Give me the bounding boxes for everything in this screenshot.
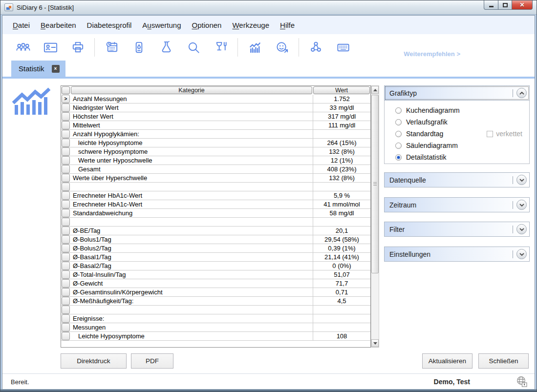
- aktualisieren-button[interactable]: Aktualisieren: [422, 353, 473, 369]
- row-selector[interactable]: [62, 130, 70, 138]
- menu-item-auswertung[interactable]: Auswertung: [142, 21, 181, 29]
- row-selector[interactable]: [62, 209, 70, 217]
- table-row[interactable]: Ø-Gewicht71,7: [61, 279, 370, 288]
- row-selector[interactable]: [62, 270, 70, 279]
- radio-label-standardtag[interactable]: Standardtag: [406, 130, 443, 138]
- panel-filter-header[interactable]: Filter: [384, 222, 530, 237]
- expand-filter-button[interactable]: [516, 224, 527, 234]
- toolbar-button-food[interactable]: [213, 38, 229, 57]
- table-row[interactable]: Ø-Bolus2/Tag0,39 (1%): [61, 244, 370, 253]
- table-row[interactable]: Ereignisse:: [61, 314, 370, 323]
- table-row[interactable]: Ø-Bolus1/Tag29,54 (58%): [61, 235, 370, 244]
- table-row[interactable]: Errechneter HbA1c-Wert41 mmol/mol: [61, 200, 370, 209]
- table-row[interactable]: [61, 218, 370, 227]
- table-row[interactable]: Ø-Basal2/Tag0 (0%): [61, 262, 370, 270]
- row-selector[interactable]: [62, 174, 70, 182]
- table-row[interactable]: Höchster Wert317 mg/dl: [61, 112, 370, 121]
- table-row[interactable]: >Anzahl Messungen1.752: [61, 95, 370, 103]
- table-row[interactable]: leichte Hyposymptome264 (15%): [61, 139, 370, 147]
- online-status-icon[interactable]: [516, 376, 528, 389]
- table-row[interactable]: Ø-BE/Tag20,1: [61, 227, 370, 235]
- scroll-down-button[interactable]: [371, 339, 379, 347]
- table-row[interactable]: Ø-Meßhäufigkeit/Tag:4,5: [61, 297, 370, 306]
- row-selector[interactable]: [62, 279, 70, 288]
- toolbar-button-smiley[interactable]: [274, 38, 290, 57]
- toolbar-button-share[interactable]: [307, 38, 324, 57]
- weiterempfehlen-link[interactable]: Weiterempfehlen >: [404, 50, 460, 58]
- row-selector[interactable]: [62, 235, 70, 244]
- category-column-header[interactable]: Kategorie: [71, 86, 312, 94]
- radio-verlaufsgrafik[interactable]: [395, 119, 402, 125]
- row-selector[interactable]: [62, 200, 70, 208]
- toolbar-button-keyboard[interactable]: [335, 38, 351, 57]
- table-row[interactable]: Leichte Hyposymptome108: [61, 332, 370, 341]
- close-button[interactable]: ✕: [512, 0, 533, 10]
- panel-zeitraum-header[interactable]: Zeitraum: [384, 197, 530, 212]
- toolbar-button-users[interactable]: [15, 38, 31, 57]
- panel-datenquelle-header[interactable]: Datenquelle: [384, 172, 530, 187]
- scrollbar-thumb[interactable]: [371, 95, 379, 273]
- table-row[interactable]: Niedrigster Wert33 mg/dl: [61, 103, 370, 112]
- expand-datenquelle-button[interactable]: [516, 175, 527, 185]
- value-column-header[interactable]: Wert: [313, 86, 370, 94]
- row-selector[interactable]: [62, 323, 70, 331]
- radio-label-verlaufsgrafik[interactable]: Verlaufsgrafik: [406, 118, 448, 126]
- table-row[interactable]: Anzahl Hypoglykämien:: [61, 130, 370, 139]
- row-selector[interactable]: [62, 191, 70, 200]
- table-row[interactable]: Gesamt408 (23%): [61, 165, 370, 174]
- row-selector[interactable]: [62, 288, 70, 296]
- table-row[interactable]: Werte über Hyperschwelle132 (8%): [61, 174, 370, 183]
- row-selector[interactable]: [62, 244, 70, 252]
- radio-label-s-ulendiagramm[interactable]: Säulendiagramm: [406, 142, 458, 149]
- toolbar-button-search[interactable]: [185, 38, 202, 57]
- toolbar-button-flask[interactable]: [158, 38, 174, 57]
- table-row[interactable]: [61, 183, 370, 191]
- minimize-button[interactable]: [484, 0, 498, 10]
- menu-item-diabetesprofil[interactable]: Diabetesprofil: [87, 21, 132, 29]
- radio-label-detailstatistik[interactable]: Detailstatistik: [406, 153, 446, 161]
- table-row[interactable]: Errechneter HbA1c-Wert5,9 %: [61, 191, 370, 200]
- toolbar-button-calendar[interactable]: [103, 38, 120, 57]
- selector-column-header[interactable]: [62, 86, 70, 94]
- row-selector[interactable]: [62, 183, 70, 191]
- row-selector[interactable]: [62, 297, 70, 305]
- pdf-button[interactable]: PDF: [131, 353, 173, 369]
- row-selector[interactable]: [62, 227, 70, 235]
- table-row[interactable]: Standardabweichung58 mg/dl: [61, 209, 370, 218]
- row-selector[interactable]: [62, 253, 70, 261]
- row-selector[interactable]: [62, 147, 70, 156]
- direktdruck-button[interactable]: Direktdruck: [61, 353, 127, 369]
- toolbar-button-id-card[interactable]: [42, 38, 59, 57]
- toolbar-button-statistics[interactable]: [246, 38, 263, 57]
- expand-einstellungen-button[interactable]: [516, 249, 527, 259]
- row-selector[interactable]: [62, 332, 70, 340]
- panel-grafiktyp-header[interactable]: Grafiktyp: [384, 85, 530, 101]
- verkettet-checkbox[interactable]: [487, 131, 493, 137]
- toolbar-button-glucose-meter[interactable]: [130, 38, 147, 57]
- row-selector[interactable]: [62, 139, 70, 147]
- radio-s-ulendiagramm[interactable]: [395, 143, 402, 149]
- row-selector[interactable]: [62, 218, 70, 226]
- scroll-up-button[interactable]: [371, 86, 379, 94]
- table-row[interactable]: Mittelwert111 mg/dl: [61, 121, 370, 130]
- row-selector[interactable]: [62, 262, 70, 270]
- radio-detailstatistik[interactable]: [395, 154, 402, 161]
- row-selector[interactable]: [62, 103, 70, 112]
- radio-label-kuchendiagramm[interactable]: Kuchendiagramm: [406, 106, 460, 114]
- collapse-grafiktyp-button[interactable]: [516, 88, 527, 98]
- schliessen-button[interactable]: Schließen: [478, 353, 529, 369]
- menu-item-bearbeiten[interactable]: Bearbeiten: [41, 21, 76, 29]
- toolbar-button-printer[interactable]: [69, 38, 86, 57]
- restore-button[interactable]: [498, 0, 512, 10]
- row-selector[interactable]: [62, 156, 70, 165]
- table-row[interactable]: [61, 306, 370, 314]
- menu-item-hilfe[interactable]: Hilfe: [280, 21, 295, 29]
- radio-standardtag[interactable]: [395, 131, 402, 137]
- expand-zeitraum-button[interactable]: [516, 200, 527, 210]
- table-row[interactable]: Werte unter Hyposchwelle12 (1%): [61, 156, 370, 165]
- row-selector[interactable]: >: [62, 95, 70, 103]
- row-selector[interactable]: [62, 314, 70, 323]
- menu-item-optionen[interactable]: Optionen: [192, 21, 222, 29]
- table-row[interactable]: Ø-Gesamtinsulin/Körpergewicht0,71: [61, 288, 370, 297]
- table-row[interactable]: schwere Hyposymptome132 (8%): [61, 147, 370, 156]
